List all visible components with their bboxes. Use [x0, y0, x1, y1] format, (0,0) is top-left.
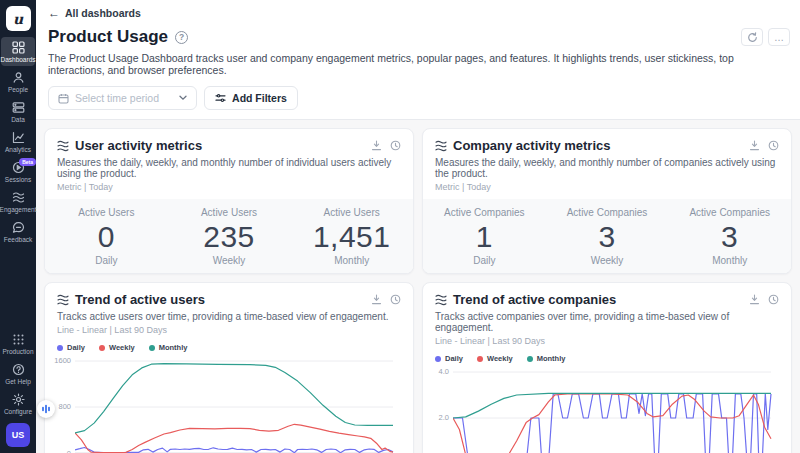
line-chart-users[interactable]: [75, 358, 403, 453]
stat-label: Active Companies: [668, 207, 791, 218]
stat-period: Monthly: [668, 255, 791, 266]
sidebar-item-label: Configure: [4, 408, 32, 415]
stat-daily: Active Companies 1 Daily: [423, 207, 546, 266]
people-icon: [12, 71, 25, 84]
sidebar-item-label: People: [8, 86, 28, 93]
refresh-button[interactable]: [741, 28, 763, 46]
stat-period: Daily: [423, 255, 546, 266]
legend-dot-monthly: [527, 356, 533, 362]
card-description: Tracks active users over time, providing…: [57, 311, 401, 322]
sidebar-item-dashboards[interactable]: Dashboards: [1, 37, 35, 66]
clock-icon[interactable]: [390, 294, 401, 305]
stat-value: 1: [423, 220, 546, 254]
sidebar-item-label: Get Help: [5, 378, 31, 385]
feedback-icon: [12, 221, 25, 234]
sidebar-item-label: Data: [11, 116, 25, 123]
card-description: Tracks active companies over time, provi…: [435, 311, 779, 333]
sidebar-item-label: Feedback: [4, 236, 33, 243]
card-title: Company activity metrics: [453, 138, 611, 153]
sidebar: u Dashboards People Data Analytics Beta …: [0, 0, 36, 453]
stat-period: Weekly: [546, 255, 669, 266]
line-chart-companies[interactable]: [453, 369, 781, 453]
card-meta: Line - Linear | Last 90 Days: [435, 336, 779, 346]
stats-strip: Active Companies 1 Daily Active Companie…: [423, 199, 791, 273]
title-help-icon[interactable]: ?: [175, 31, 188, 44]
sidebar-item-sessions[interactable]: Beta Sessions: [1, 157, 35, 186]
legend-daily[interactable]: Daily: [435, 354, 463, 363]
card-description: Measures the daily, weekly, and monthly …: [57, 157, 401, 179]
y-tick: 2.0: [439, 413, 449, 422]
app-logo[interactable]: u: [6, 6, 31, 31]
sidebar-item-configure[interactable]: Configure: [1, 389, 35, 418]
page-header: ← All dashboards Product Usage ? … The P…: [36, 0, 800, 119]
card-trend-active-users: Trend of active users Tracks active user…: [44, 282, 414, 453]
sidebar-item-engagement[interactable]: Engagement: [1, 187, 35, 216]
download-icon[interactable]: [371, 294, 382, 305]
user-avatar[interactable]: US: [6, 423, 30, 447]
clock-icon[interactable]: [768, 140, 779, 151]
stat-period: Daily: [45, 255, 168, 266]
calendar-icon: [58, 93, 69, 104]
clock-icon[interactable]: [390, 140, 401, 151]
chart-area: 4.0 2.0 0.0: [423, 365, 791, 453]
legend-monthly[interactable]: Monthly: [149, 343, 188, 352]
sidebar-item-feedback[interactable]: Feedback: [1, 217, 35, 246]
clock-icon[interactable]: [768, 294, 779, 305]
stat-period: Monthly: [290, 255, 413, 266]
chevron-down-icon: [179, 95, 187, 101]
stat-label: Active Companies: [546, 207, 669, 218]
card-meta: Metric | Today: [435, 182, 779, 192]
add-filters-button[interactable]: Add Filters: [204, 86, 298, 110]
download-icon[interactable]: [371, 140, 382, 151]
metric-icon: [435, 140, 447, 152]
stat-value: 235: [168, 220, 291, 254]
legend-dot-weekly: [477, 356, 483, 362]
back-link[interactable]: ← All dashboards: [48, 6, 141, 20]
dashboards-icon: [12, 41, 25, 54]
legend-dot-weekly: [99, 345, 105, 351]
y-tick: 0: [67, 449, 71, 453]
legend-weekly[interactable]: Weekly: [477, 354, 513, 363]
time-period-select[interactable]: Select time period: [48, 86, 197, 110]
download-icon[interactable]: [749, 294, 760, 305]
more-options-button[interactable]: …: [768, 28, 790, 46]
ellipsis-icon: …: [774, 32, 784, 43]
y-tick: 800: [58, 402, 71, 411]
sidebar-item-data[interactable]: Data: [1, 97, 35, 126]
card-title: User activity metrics: [75, 138, 202, 153]
insights-float-button[interactable]: [37, 400, 55, 418]
sidebar-item-analytics[interactable]: Analytics: [1, 127, 35, 156]
page-title: Product Usage: [48, 27, 168, 47]
stat-label: Active Users: [290, 207, 413, 218]
main-content: ← All dashboards Product Usage ? … The P…: [36, 0, 800, 453]
analytics-icon: [12, 131, 25, 144]
chart-legend: Daily Weekly Monthly: [45, 335, 413, 354]
back-arrow-icon: ←: [48, 6, 60, 20]
card-title: Trend of active companies: [453, 292, 616, 307]
metric-icon: [57, 140, 69, 152]
stat-label: Active Users: [168, 207, 291, 218]
sidebar-item-production[interactable]: Production: [1, 329, 35, 358]
engagement-icon: [12, 191, 25, 204]
chart-area: 1600 800 0: [45, 354, 413, 453]
stat-label: Active Users: [45, 207, 168, 218]
back-label: All dashboards: [65, 7, 141, 19]
beta-badge: Beta: [19, 158, 36, 166]
card-meta: Metric | Today: [57, 182, 401, 192]
add-filters-label: Add Filters: [232, 92, 287, 104]
equalizer-icon: [41, 404, 51, 414]
sidebar-item-people[interactable]: People: [1, 67, 35, 96]
legend-weekly[interactable]: Weekly: [99, 343, 135, 352]
legend-label: Monthly: [159, 343, 188, 352]
card-user-activity-metrics: User activity metrics Measures the daily…: [44, 128, 414, 274]
legend-monthly[interactable]: Monthly: [527, 354, 566, 363]
legend-dot-daily: [57, 345, 63, 351]
sidebar-item-get-help[interactable]: Get Help: [1, 359, 35, 388]
card-meta: Line - Linear | Last 90 Days: [57, 325, 401, 335]
y-axis-labels: 4.0 2.0 0.0: [429, 369, 453, 453]
data-icon: [12, 101, 25, 114]
download-icon[interactable]: [749, 140, 760, 151]
metric-icon: [57, 294, 69, 306]
legend-label: Weekly: [487, 354, 513, 363]
legend-daily[interactable]: Daily: [57, 343, 85, 352]
